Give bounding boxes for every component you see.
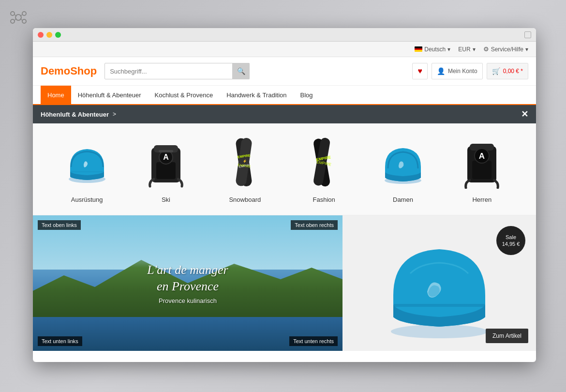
cart-label: 0,00 € * bbox=[503, 68, 523, 75]
category-image-fashion: EMPIRE EMPIRE bbox=[295, 133, 353, 191]
promo-text-badge-top-right: Text oben rechts bbox=[291, 220, 338, 230]
language-arrow: ▾ bbox=[447, 46, 450, 53]
product-panel: Sale 14,95 € Zum Artikel bbox=[343, 215, 536, 351]
window-control[interactable] bbox=[524, 31, 531, 38]
svg-point-2 bbox=[22, 12, 26, 15]
titlebar bbox=[33, 28, 536, 42]
heart-icon: ♥ bbox=[417, 67, 422, 75]
category-label-ausruestung: Ausrüstung bbox=[71, 196, 103, 203]
minimize-button[interactable] bbox=[46, 32, 52, 38]
site-logo[interactable]: DemoShop bbox=[41, 65, 97, 77]
category-item-ski[interactable]: A Ski bbox=[137, 133, 195, 203]
search-icon: 🔍 bbox=[237, 67, 245, 75]
category-item-fashion[interactable]: EMPIRE EMPIRE Fashion bbox=[295, 133, 353, 203]
search-button[interactable]: 🔍 bbox=[232, 63, 250, 79]
german-flag-icon bbox=[415, 46, 422, 52]
svg-text:A: A bbox=[163, 153, 169, 161]
dropdown-close-button[interactable]: ✕ bbox=[521, 109, 528, 120]
header-actions: ♥ 👤 Mein Konto 🛒 0,00 € * bbox=[412, 63, 528, 79]
category-label-ski: Ski bbox=[162, 196, 170, 203]
currency-arrow: ▾ bbox=[473, 46, 476, 53]
category-image-ski: A bbox=[137, 133, 195, 191]
close-button[interactable] bbox=[38, 32, 44, 38]
browser-window: Deutsch ▾ EUR ▾ ⚙ Service/Hilfe ▾ DemoSh… bbox=[33, 28, 536, 362]
category-item-snowboard[interactable]: EMPIRE ⚡ EMPIRE EMPIRE Snowboard bbox=[216, 133, 274, 203]
category-image-damen bbox=[374, 133, 432, 191]
nav-item-kochlust[interactable]: Kochlust & Provence bbox=[148, 86, 220, 104]
promo-main-text: L'art de manger en Provence bbox=[147, 262, 228, 295]
nav-item-hoehenluft[interactable]: Höhenluft & Abenteuer bbox=[71, 86, 148, 104]
category-grid: Ausrüstung A Ski bbox=[33, 123, 536, 215]
promo-overlay: L'art de manger en Provence Provence kul… bbox=[33, 215, 343, 351]
nav-item-handwerk[interactable]: Handwerk & Tradition bbox=[220, 86, 293, 104]
cart-icon: 🛒 bbox=[492, 67, 500, 75]
nav-item-home[interactable]: Home bbox=[41, 86, 71, 104]
dropdown-header-bar: Höhenluft & Abenteuer > ✕ bbox=[33, 105, 536, 123]
category-label-fashion: Fashion bbox=[313, 196, 335, 203]
svg-rect-15 bbox=[159, 150, 173, 152]
service-menu[interactable]: ⚙ Service/Hilfe ▾ bbox=[483, 45, 528, 53]
product-image bbox=[376, 225, 502, 341]
category-label-snowboard: Snowboard bbox=[229, 196, 261, 203]
promo-banner[interactable]: L'art de manger en Provence Provence kul… bbox=[33, 215, 343, 351]
user-icon: 👤 bbox=[437, 67, 445, 75]
main-navigation: Home Höhenluft & Abenteuer Kochlust & Pr… bbox=[33, 86, 536, 105]
svg-point-32 bbox=[391, 325, 488, 338]
svg-point-0 bbox=[15, 15, 21, 20]
search-form: 🔍 bbox=[104, 63, 250, 79]
account-button[interactable]: 👤 Mein Konto bbox=[432, 63, 483, 79]
dropdown-arrow: > bbox=[113, 111, 116, 118]
app-icon bbox=[8, 7, 29, 28]
utility-bar: Deutsch ▾ EUR ▾ ⚙ Service/Hilfe ▾ bbox=[33, 42, 536, 57]
category-image-herren: A bbox=[453, 133, 511, 191]
promo-text-badge-bottom-right: Text unten rechts bbox=[289, 336, 338, 346]
nav-item-blog[interactable]: Blog bbox=[293, 86, 319, 104]
promo-text-badge-bottom-left: Text unten links bbox=[38, 336, 82, 346]
promo-sub-text: Provence kulinarisch bbox=[159, 297, 217, 304]
sale-label: Sale bbox=[506, 234, 516, 241]
category-label-herren: Herren bbox=[472, 196, 492, 203]
svg-text:A: A bbox=[479, 151, 485, 161]
sale-badge: Sale 14,95 € bbox=[496, 226, 525, 255]
service-arrow: ▾ bbox=[525, 46, 528, 53]
category-image-snowboard: EMPIRE ⚡ EMPIRE EMPIRE bbox=[216, 133, 274, 191]
wishlist-button[interactable]: ♥ bbox=[412, 63, 428, 79]
svg-rect-12 bbox=[156, 162, 176, 179]
svg-point-3 bbox=[11, 19, 15, 23]
cart-button[interactable]: 🛒 0,00 € * bbox=[487, 63, 528, 79]
category-item-damen[interactable]: Damen bbox=[374, 133, 432, 203]
language-selector[interactable]: Deutsch ▾ bbox=[415, 46, 450, 53]
svg-point-1 bbox=[11, 12, 15, 15]
account-label: Mein Konto bbox=[448, 68, 477, 75]
category-label-damen: Damen bbox=[393, 196, 413, 203]
site-header: DemoShop 🔍 ♥ 👤 Mein Konto 🛒 0,00 € * bbox=[33, 57, 536, 86]
currency-selector[interactable]: EUR ▾ bbox=[458, 46, 475, 53]
maximize-button[interactable] bbox=[55, 32, 61, 38]
service-label: Service/Hilfe bbox=[491, 46, 523, 53]
language-label: Deutsch bbox=[424, 46, 446, 53]
category-item-herren[interactable]: A Herren bbox=[453, 133, 511, 203]
category-item-ausruestung[interactable]: Ausrüstung bbox=[58, 133, 116, 203]
logo-part2: Shop bbox=[70, 65, 97, 77]
zum-artikel-button[interactable]: Zum Artikel bbox=[486, 329, 528, 343]
promo-text-badge-top-left: Text oben links bbox=[38, 220, 81, 230]
currency-label: EUR bbox=[458, 46, 470, 53]
category-image-ausruestung bbox=[58, 133, 116, 191]
bottom-section: L'art de manger en Provence Provence kul… bbox=[33, 215, 536, 351]
dropdown-title: Höhenluft & Abenteuer bbox=[41, 111, 109, 118]
svg-point-4 bbox=[22, 19, 26, 23]
sale-price: 14,95 € bbox=[502, 241, 520, 247]
svg-rect-33 bbox=[393, 304, 485, 307]
logo-part1: Demo bbox=[41, 65, 70, 77]
search-input[interactable] bbox=[104, 63, 250, 79]
